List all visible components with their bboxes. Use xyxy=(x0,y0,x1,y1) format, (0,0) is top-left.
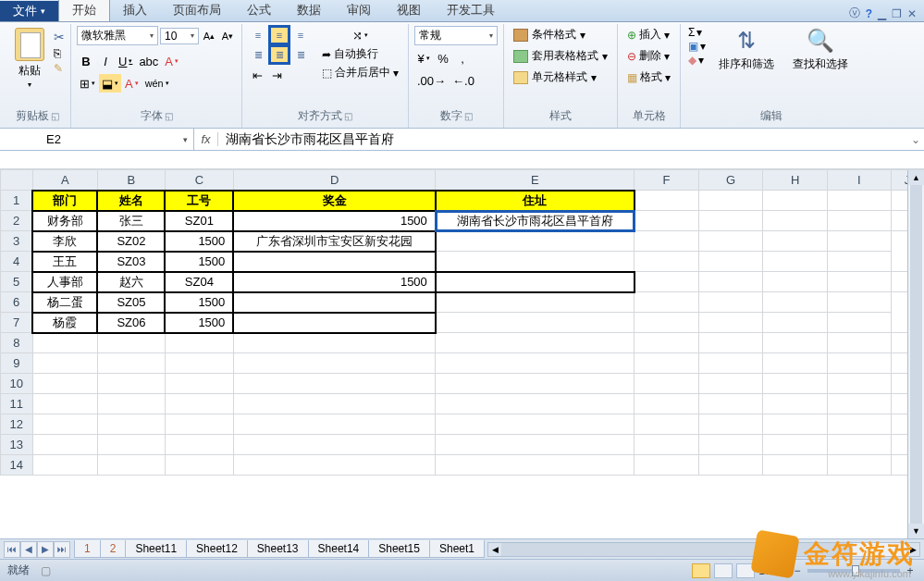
table-format-button[interactable]: 套用表格格式▾ xyxy=(510,47,611,65)
last-sheet-icon[interactable]: ⏭ xyxy=(54,541,70,558)
accounting-format-icon[interactable]: ¥▾ xyxy=(414,49,433,68)
cut-icon[interactable]: ✂ xyxy=(54,30,65,44)
cell-B1[interactable]: 姓名 xyxy=(97,191,165,211)
cell-F1[interactable] xyxy=(634,191,698,211)
row-header-11[interactable]: 11 xyxy=(1,394,33,414)
cell-H5[interactable] xyxy=(763,272,828,292)
cell-J7[interactable] xyxy=(828,313,892,333)
row-header-13[interactable]: 13 xyxy=(1,435,33,455)
cell-B14[interactable] xyxy=(97,455,165,476)
name-box-dropdown-icon[interactable]: ▾ xyxy=(178,135,193,144)
cell-A13[interactable] xyxy=(32,435,97,455)
cell-F2[interactable] xyxy=(634,211,698,231)
cell-F7[interactable] xyxy=(436,313,634,333)
cell-H10[interactable] xyxy=(763,374,828,394)
col-header-B[interactable]: B xyxy=(97,170,165,191)
strikethrough-button[interactable]: abc xyxy=(136,52,161,70)
decrease-indent-icon[interactable]: ⇤ xyxy=(248,66,266,84)
merge-center-button[interactable]: ⬚合并后居中▾ xyxy=(318,64,402,81)
cell-G3[interactable] xyxy=(634,231,698,252)
cell-E12[interactable] xyxy=(436,414,634,435)
number-dialog-icon[interactable]: ◱ xyxy=(464,111,473,121)
cell-I11[interactable] xyxy=(828,394,892,414)
row-header-3[interactable]: 3 xyxy=(1,231,33,252)
cell-D6[interactable]: 1500 xyxy=(165,292,233,313)
cell-A5[interactable]: 人事部 xyxy=(32,272,97,292)
tab-insert[interactable]: 插入 xyxy=(110,0,160,21)
cell-A1[interactable]: 部门 xyxy=(32,191,97,211)
prev-sheet-icon[interactable]: ◀ xyxy=(20,541,37,558)
cell-B13[interactable] xyxy=(97,435,165,455)
cell-G13[interactable] xyxy=(698,435,763,455)
help-icon[interactable]: ? xyxy=(866,7,872,20)
row-header-4[interactable]: 4 xyxy=(1,252,33,272)
cell-D9[interactable] xyxy=(233,353,436,374)
scroll-left-icon[interactable]: ◀ xyxy=(488,543,501,556)
first-sheet-icon[interactable]: ⏮ xyxy=(4,541,20,558)
italic-button[interactable]: I xyxy=(96,52,115,70)
tab-review[interactable]: 审阅 xyxy=(334,0,384,21)
select-all-corner[interactable] xyxy=(1,170,33,191)
cell-D1[interactable]: 奖金 xyxy=(233,191,436,211)
row-header-6[interactable]: 6 xyxy=(1,292,33,313)
vertical-scrollbar[interactable]: ▲ ▼ xyxy=(907,170,924,538)
cell-A11[interactable] xyxy=(32,394,97,414)
cell-style-button[interactable]: 单元格样式▾ xyxy=(510,68,611,86)
cell-B12[interactable] xyxy=(97,414,165,435)
cell-G11[interactable] xyxy=(698,394,763,414)
cell-I10[interactable] xyxy=(828,374,892,394)
cell-G9[interactable] xyxy=(698,353,763,374)
cell-B5[interactable]: 赵六 xyxy=(97,272,165,292)
row-header-12[interactable]: 12 xyxy=(1,414,33,435)
cell-A2[interactable]: 财务部 xyxy=(32,211,97,231)
cell-D11[interactable] xyxy=(233,394,436,414)
cell-I4[interactable] xyxy=(763,252,828,272)
cell-B9[interactable] xyxy=(97,353,165,374)
increase-decimal-icon[interactable]: .00→ xyxy=(414,71,449,90)
conditional-format-button[interactable]: 条件格式▾ xyxy=(510,26,611,43)
bold-button[interactable]: B xyxy=(77,52,95,70)
sheet-tab-Sheet13[interactable]: Sheet13 xyxy=(247,540,309,558)
cell-H7[interactable] xyxy=(698,313,763,333)
cell-J6[interactable] xyxy=(828,292,892,313)
cell-F12[interactable] xyxy=(634,414,698,435)
cell-E7[interactable] xyxy=(233,313,436,333)
align-right-icon[interactable]: ≣ xyxy=(290,45,311,64)
cell-E10[interactable] xyxy=(436,374,634,394)
border-button[interactable]: ⊞▾ xyxy=(77,74,98,93)
name-box[interactable]: ▾ xyxy=(0,129,194,150)
cell-A14[interactable] xyxy=(32,455,97,476)
format-cells-button[interactable]: ▦格式▾ xyxy=(623,68,674,86)
row-header-8[interactable]: 8 xyxy=(1,333,33,353)
fill-button[interactable]: ▣▾ xyxy=(686,40,708,53)
cell-B11[interactable] xyxy=(97,394,165,414)
cell-F4[interactable] xyxy=(436,252,634,272)
cell-C4[interactable]: SZ03 xyxy=(97,252,165,272)
cell-G8[interactable] xyxy=(698,333,763,353)
align-bottom-icon[interactable]: ≡ xyxy=(290,26,311,44)
cell-B2[interactable]: 张三 xyxy=(97,211,165,231)
cell-C1[interactable]: 工号 xyxy=(165,191,233,211)
cell-I5[interactable] xyxy=(828,272,892,292)
decrease-font-icon[interactable]: A▾ xyxy=(219,28,236,44)
col-header-I[interactable]: I xyxy=(828,170,892,191)
fx-button[interactable]: fx xyxy=(194,132,218,146)
col-header-F[interactable]: F xyxy=(634,170,698,191)
align-top-icon[interactable]: ≡ xyxy=(248,26,268,44)
macro-record-icon[interactable]: ▢ xyxy=(41,564,51,577)
cell-B6[interactable]: 杨二蛋 xyxy=(32,292,97,313)
clipboard-dialog-icon[interactable]: ◱ xyxy=(51,111,59,121)
cell-F6[interactable] xyxy=(436,292,634,313)
align-middle-icon[interactable]: ≡ xyxy=(269,26,290,44)
cell-C2[interactable]: SZ01 xyxy=(165,211,233,231)
spreadsheet-grid[interactable]: ABCDEFGHIJ1部门姓名工号奖金住址2财务部张三SZ011500湖南省长沙… xyxy=(0,169,924,521)
cell-D12[interactable] xyxy=(233,414,436,435)
cell-I12[interactable] xyxy=(828,414,892,435)
window-close-icon[interactable]: ✕ xyxy=(907,7,917,20)
scroll-up-icon[interactable]: ▲ xyxy=(908,170,924,185)
fill-color-button[interactable]: ⬓▾ xyxy=(99,74,121,93)
row-header-7[interactable]: 7 xyxy=(1,313,33,333)
cell-A9[interactable] xyxy=(32,353,97,374)
expand-formula-icon[interactable]: ⌄ xyxy=(907,133,924,146)
cell-D7[interactable]: 1500 xyxy=(165,313,233,333)
